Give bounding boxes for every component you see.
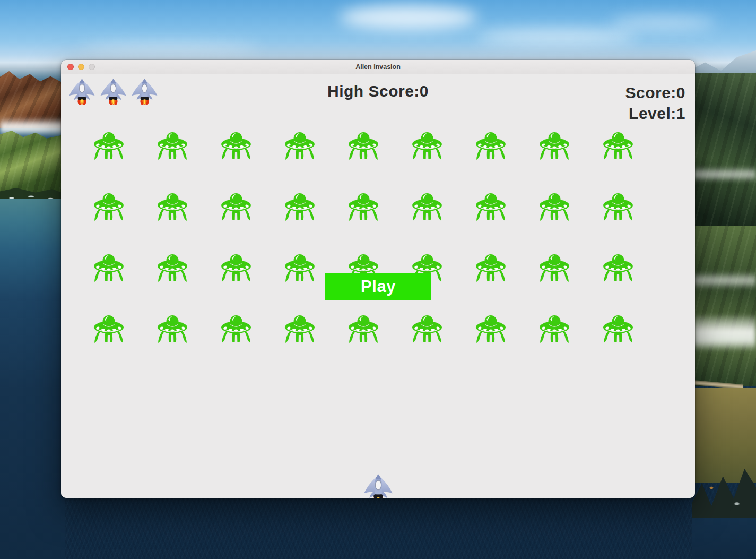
zoom-button[interactable] [89,64,95,70]
cloud [80,42,260,54]
game-area: High Score:0 Score:0 Level:1 Play [61,74,695,498]
alien-sprite [93,132,125,162]
alien-sprite [538,132,570,162]
alien-sprite [538,254,570,285]
player-ship [363,474,394,498]
alien-sprite [157,132,188,162]
alien-sprite [284,132,316,162]
alien-sprite [284,315,316,346]
alien-sprite [411,132,443,162]
alien-sprite [347,132,379,162]
window-title: Alien Invasion [61,63,695,71]
wallpaper-right-coast [692,50,756,559]
alien-sprite [602,254,634,285]
alien-sprite [157,193,188,223]
alien-sprite [157,315,188,346]
play-button[interactable]: Play [325,273,431,300]
window-titlebar[interactable]: Alien Invasion [61,60,695,74]
alien-sprite [284,254,316,285]
alien-sprite [475,193,507,223]
alien-sprite [411,315,443,346]
alien-sprite [220,254,252,285]
alien-sprite [475,132,507,162]
close-button[interactable] [67,64,74,70]
minimize-button[interactable] [78,64,84,70]
desktop-wallpaper: Alien Invasion High Score:0 Score:0 Leve… [0,0,756,559]
alien-sprite [602,132,634,162]
alien-sprite [602,315,634,346]
alien-sprite [602,193,634,223]
alien-sprite [347,193,379,223]
wallpaper-left-coast [0,68,65,559]
dark-sea [692,518,756,559]
cloud [340,5,477,30]
teal-sea [0,199,65,559]
fog-wisp [692,272,756,288]
cloud [477,29,637,45]
alien-sprite [538,315,570,346]
green-hills [0,131,65,195]
alien-sprite [411,193,443,223]
alien-sprite [475,315,507,346]
alien-sprite [538,193,570,223]
alien-sprite [220,132,252,162]
dark-green-mountains [692,73,756,233]
cloud [610,16,716,30]
alien-sprite [220,193,252,223]
game-window: Alien Invasion High Score:0 Score:0 Leve… [61,60,695,498]
alien-sprite [284,193,316,223]
tan-grass-field [692,388,756,483]
alien-sprite [93,315,125,346]
traffic-lights [67,60,95,74]
fog-cloud [692,316,756,350]
alien-sprite [93,193,125,223]
alien-sprite [220,315,252,346]
alien-sprite [157,254,188,285]
fog-wisp [692,167,756,181]
alien-sprite [475,254,507,285]
green-slope [692,226,756,386]
alien-sprite [347,315,379,346]
alien-sprite [93,254,125,285]
